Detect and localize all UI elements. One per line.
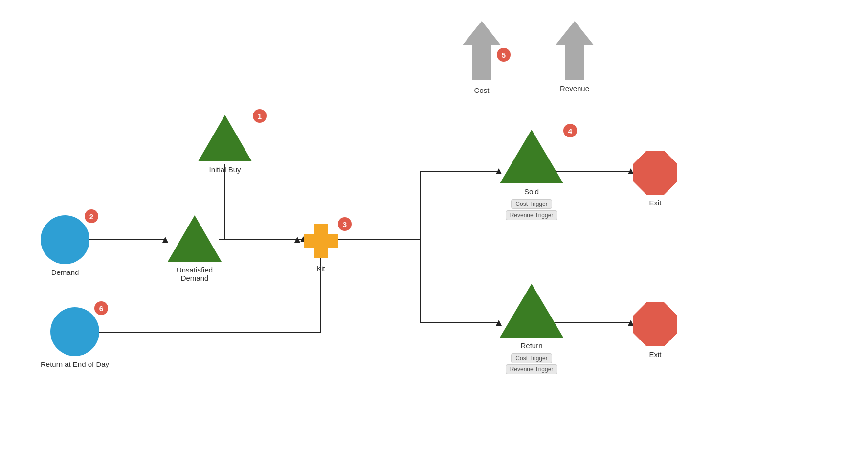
unsatisfied-demand-label: UnsatisfiedDemand bbox=[165, 266, 224, 282]
demand-node: 2 Demand bbox=[41, 215, 89, 276]
sold-revenue-trigger: Revenue Trigger bbox=[506, 210, 558, 220]
revenue-label: Revenue bbox=[560, 84, 589, 92]
connector-lines bbox=[0, 0, 868, 476]
badge-3: 3 bbox=[338, 217, 352, 231]
return-end-day-node: 6 Return at End of Day bbox=[41, 307, 109, 368]
return-triangle bbox=[500, 284, 563, 338]
return-revenue-trigger: Revenue Trigger bbox=[506, 364, 558, 374]
cost-label: Cost bbox=[474, 86, 490, 94]
badge-2: 2 bbox=[85, 209, 98, 223]
diagram-container: 1 Initial Buy 2 Demand UnsatisfiedDemand… bbox=[0, 0, 868, 476]
exit-bottom-octagon bbox=[633, 302, 677, 346]
demand-label: Demand bbox=[51, 268, 79, 276]
revenue-node: Revenue bbox=[553, 19, 597, 92]
cost-arrow-svg bbox=[460, 19, 504, 82]
cost-node: 5 Cost bbox=[460, 19, 504, 94]
badge-1: 1 bbox=[253, 109, 267, 123]
return-label: Return bbox=[520, 341, 542, 350]
sold-triangle bbox=[500, 130, 563, 183]
sold-label: Sold bbox=[524, 187, 539, 196]
exit-top-label: Exit bbox=[649, 199, 661, 207]
sold-node: 4 Sold Cost Trigger Revenue Trigger bbox=[500, 130, 563, 220]
initial-buy-node: 1 Initial Buy bbox=[198, 115, 252, 174]
sold-cost-trigger: Cost Trigger bbox=[511, 199, 552, 209]
return-end-day-circle bbox=[50, 307, 99, 356]
badge-5: 5 bbox=[497, 48, 511, 62]
badge-6: 6 bbox=[94, 301, 108, 315]
svg-marker-21 bbox=[462, 21, 501, 80]
kit-plus bbox=[304, 224, 338, 258]
return-cost-trigger: Cost Trigger bbox=[511, 353, 552, 363]
revenue-arrow-svg bbox=[553, 19, 597, 82]
kit-node: 3 Kit bbox=[304, 224, 338, 272]
exit-bottom-node: Exit bbox=[633, 302, 677, 359]
exit-top-octagon bbox=[633, 151, 677, 195]
initial-buy-label: Initial Buy bbox=[209, 165, 241, 174]
return-node: Return Cost Trigger Revenue Trigger bbox=[500, 284, 563, 374]
svg-marker-6 bbox=[294, 237, 300, 243]
kit-label: Kit bbox=[316, 264, 325, 272]
svg-marker-22 bbox=[555, 21, 594, 80]
return-end-day-label: Return at End of Day bbox=[41, 360, 109, 368]
demand-circle bbox=[41, 215, 89, 264]
exit-bottom-label: Exit bbox=[649, 350, 661, 359]
exit-top-node: Exit bbox=[633, 151, 677, 207]
unsatisfied-demand-node: UnsatisfiedDemand bbox=[165, 215, 224, 282]
unsatisfied-demand-triangle bbox=[168, 215, 222, 262]
initial-buy-triangle bbox=[198, 115, 252, 161]
badge-4: 4 bbox=[563, 124, 577, 137]
